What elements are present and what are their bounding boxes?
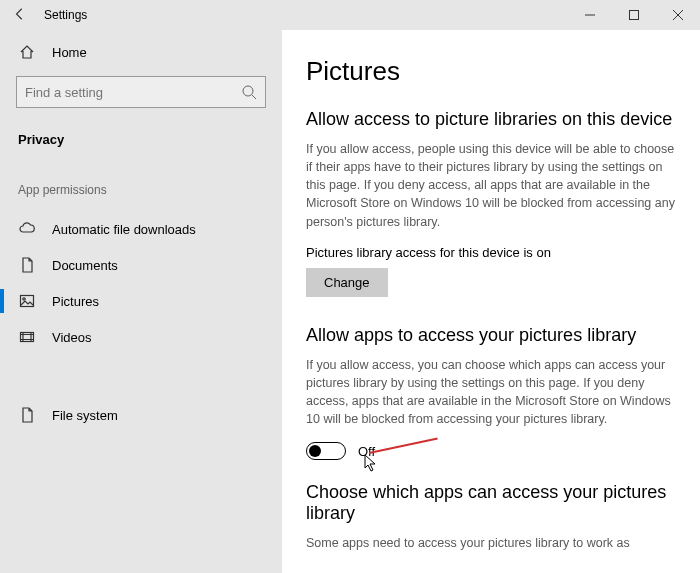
maximize-button[interactable] — [612, 0, 656, 30]
annotation-line — [369, 438, 438, 454]
svg-line-5 — [252, 95, 256, 99]
sidebar: Home Privacy App permissions Automatic f… — [0, 30, 282, 573]
back-button[interactable] — [0, 7, 40, 24]
sidebar-group: App permissions — [0, 173, 282, 205]
sidebar-item-videos[interactable]: Videos — [0, 319, 282, 355]
minimize-button[interactable] — [568, 0, 612, 30]
sidebar-home-label: Home — [52, 45, 87, 60]
window-body: Home Privacy App permissions Automatic f… — [0, 30, 700, 573]
sidebar-item-label: Automatic file downloads — [52, 222, 196, 237]
toggle-state-label: Off — [358, 444, 375, 459]
sidebar-item-label: Documents — [52, 258, 118, 273]
svg-rect-6 — [21, 296, 34, 307]
toggle-knob — [309, 445, 321, 457]
change-button[interactable]: Change — [306, 268, 388, 297]
sidebar-section: Privacy — [0, 118, 282, 155]
document-icon — [18, 256, 36, 274]
search-box[interactable] — [16, 76, 266, 108]
section2-title: Allow apps to access your pictures libra… — [306, 325, 676, 346]
sidebar-home[interactable]: Home — [0, 34, 282, 70]
sidebar-item-documents[interactable]: Documents — [0, 247, 282, 283]
window-title: Settings — [40, 8, 87, 22]
svg-rect-1 — [630, 11, 639, 20]
section1-title: Allow access to picture libraries on thi… — [306, 109, 676, 130]
settings-window: Settings Home Privacy App permissions Au… — [0, 0, 700, 573]
pictures-icon — [18, 292, 36, 310]
home-icon — [18, 43, 36, 61]
close-button[interactable] — [656, 0, 700, 30]
sidebar-item-label: File system — [52, 408, 118, 423]
svg-point-7 — [23, 298, 25, 300]
apps-access-toggle-row: Off — [306, 442, 676, 460]
file-icon — [18, 406, 36, 424]
search-icon — [241, 84, 257, 100]
titlebar: Settings — [0, 0, 700, 30]
sidebar-item-automatic-file-downloads[interactable]: Automatic file downloads — [0, 211, 282, 247]
section2-desc: If you allow access, you can choose whic… — [306, 356, 676, 429]
apps-access-toggle[interactable] — [306, 442, 346, 460]
svg-point-4 — [243, 86, 253, 96]
sidebar-item-file-system[interactable]: File system — [0, 397, 282, 433]
sidebar-item-pictures[interactable]: Pictures — [0, 283, 282, 319]
sidebar-item-label: Pictures — [52, 294, 99, 309]
device-access-status: Pictures library access for this device … — [306, 245, 676, 260]
search-input[interactable] — [25, 85, 241, 100]
content-pane: Pictures Allow access to picture librari… — [282, 30, 700, 573]
section3-desc: Some apps need to access your pictures l… — [306, 534, 676, 552]
videos-icon — [18, 328, 36, 346]
sidebar-item-label: Videos — [52, 330, 92, 345]
section3-title: Choose which apps can access your pictur… — [306, 482, 676, 524]
section1-desc: If you allow access, people using this d… — [306, 140, 676, 231]
page-title: Pictures — [306, 56, 676, 87]
cloud-icon — [18, 220, 36, 238]
